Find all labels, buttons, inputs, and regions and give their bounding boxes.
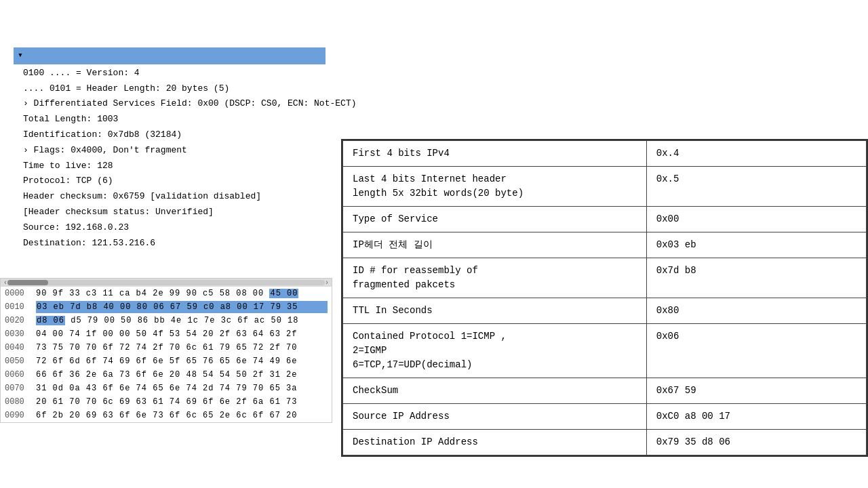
table-cell-label: TTL In Seconds — [343, 298, 647, 324]
hex-row: 006066 6f 36 2e 6a 73 6f 6e 20 48 54 54 … — [1, 368, 332, 382]
page-title — [0, 0, 868, 19]
hex-row: 001003 eb 7d b8 40 00 80 06 67 59 c0 a8 … — [1, 300, 332, 314]
hex-row: 005072 6f 6d 6f 74 69 6f 6e 5f 65 76 65 … — [1, 354, 332, 368]
table-cell-value: 0x67 59 — [646, 378, 866, 404]
table-cell-value: 0x.4 — [646, 141, 866, 167]
table-row: Destination IP Address0x79 35 d8 06 — [343, 430, 867, 455]
right-panel: First 4 bits IPv40x.4Last 4 bits Interne… — [341, 139, 868, 457]
tree-lines: 0100 .... = Version: 4 .... 0101 = Heade… — [14, 66, 326, 251]
table-cell-label: Contained Protocol 1=ICMP ,2=IGMP6=TCP,1… — [343, 324, 647, 378]
table-cell-label: Type of Service — [343, 207, 647, 232]
table-cell-value: 0x03 eb — [646, 232, 866, 258]
tree-line: › Flags: 0x4000, Don't fragment — [14, 143, 326, 159]
tree-line: › Differentiated Services Field: 0x00 (D… — [14, 96, 326, 112]
tree-line: Total Length: 1003 — [14, 112, 326, 127]
table-row: ID # for reassembly offragmented pakcets… — [343, 258, 867, 298]
table-row: TTL In Seconds0x80 — [343, 298, 867, 324]
table-row: IP헤더 전체 길이0x03 eb — [343, 232, 867, 258]
hex-row: 004073 75 70 70 6f 72 74 2f 70 6c 61 79 … — [1, 341, 332, 354]
tree-line: 0100 .... = Version: 4 — [14, 66, 326, 81]
table-row: Last 4 bits Internet headerlength 5x 32b… — [343, 167, 867, 207]
table-cell-value: 0x.5 — [646, 167, 866, 207]
table-cell-value: 0x80 — [646, 298, 866, 324]
table-cell-label: ID # for reassembly offragmented pakcets — [343, 258, 647, 298]
table-row: Type of Service0x00 — [343, 207, 867, 232]
table-cell-value: 0xC0 a8 00 17 — [646, 404, 866, 430]
hex-row: 007031 0d 0a 43 6f 6e 74 65 6e 74 2d 74 … — [1, 382, 332, 395]
hex-row: 003004 00 74 1f 00 00 50 4f 53 54 20 2f … — [1, 327, 332, 341]
table-cell-label: Source IP Address — [343, 404, 647, 430]
protocol-header[interactable] — [14, 47, 326, 64]
tree-line: [Header checksum status: Unverified] — [14, 205, 326, 220]
table-cell-value: 0x7d b8 — [646, 258, 866, 298]
table-cell-label: Destination IP Address — [343, 430, 647, 455]
hex-panel[interactable]: ‹ › 000090 9f 33 c3 11 ca b4 2e 99 90 c5… — [0, 278, 332, 423]
tree-line: Destination: 121.53.216.6 — [14, 236, 326, 251]
table-cell-value: 0x06 — [646, 324, 866, 378]
hex-row: 008020 61 70 70 6c 69 63 61 74 69 6f 6e … — [1, 395, 332, 409]
table-cell-label: First 4 bits IPv4 — [343, 141, 647, 167]
table-row: First 4 bits IPv40x.4 — [343, 141, 867, 167]
table-cell-label: IP헤더 전체 길이 — [343, 232, 647, 258]
tree-line: Header checksum: 0x6759 [validation disa… — [14, 189, 326, 205]
table-row: Source IP Address0xC0 a8 00 17 — [343, 404, 867, 430]
table-row: CheckSum0x67 59 — [343, 378, 867, 404]
tree-line: Source: 192.168.0.23 — [14, 220, 326, 236]
table-cell-value: 0x00 — [646, 207, 866, 232]
table-cell-label: Last 4 bits Internet headerlength 5x 32b… — [343, 167, 647, 207]
tree-line: .... 0101 = Header Length: 20 bytes (5) — [14, 81, 326, 97]
hex-row: 000090 9f 33 c3 11 ca b4 2e 99 90 c5 58 … — [1, 287, 332, 300]
table-cell-label: CheckSum — [343, 378, 647, 404]
hex-row: 0020d8 06 d5 79 00 50 86 bb 4e 1c 7e 3c … — [1, 314, 332, 327]
table-cell-value: 0x79 35 d8 06 — [646, 430, 866, 455]
tree-line: Identification: 0x7db8 (32184) — [14, 127, 326, 143]
left-panel: 0100 .... = Version: 4 .... 0101 = Heade… — [0, 47, 332, 251]
tree-line: Time to live: 128 — [14, 159, 326, 174]
hex-row: 00906f 2b 20 69 63 6f 6e 73 6f 6c 65 2e … — [1, 409, 332, 422]
table-row: Contained Protocol 1=ICMP ,2=IGMP6=TCP,1… — [343, 324, 867, 378]
tree-line: Protocol: TCP (6) — [14, 174, 326, 189]
